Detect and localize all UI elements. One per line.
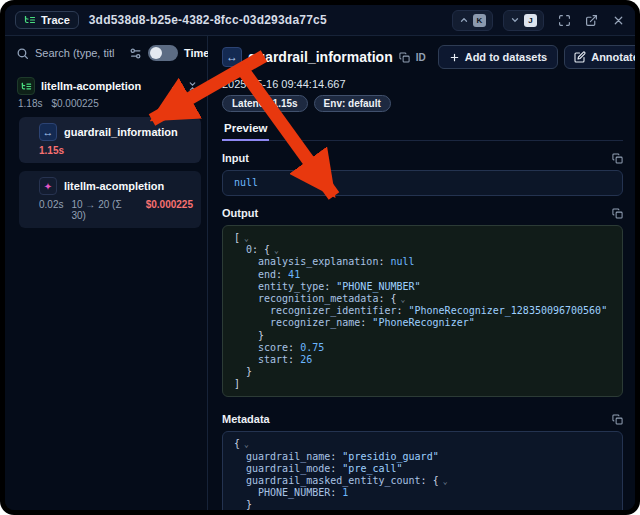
nav-previous-button[interactable]: K (452, 10, 493, 31)
chevron-up-icon (459, 15, 469, 25)
plus-icon (449, 52, 460, 63)
tab-preview[interactable]: Preview (222, 119, 269, 141)
copy-input-icon[interactable] (612, 153, 623, 164)
copy-metadata-icon[interactable] (612, 414, 623, 425)
shortcut-key-k: K (473, 14, 486, 27)
item-latency: 1.15s (39, 145, 64, 156)
id-label: ID (416, 52, 426, 63)
input-heading: Input (222, 152, 249, 164)
observation-detail-panel: ↔ guardrail_information ID Add to datase… (208, 36, 635, 510)
search-row: Timeline (14, 45, 201, 61)
toggle-knob (150, 47, 162, 59)
close-icon[interactable] (612, 14, 625, 27)
badge-row: Latency 1.15s Env: default (222, 95, 623, 112)
chevron-down-icon (510, 15, 520, 25)
copy-id-icon[interactable] (399, 52, 410, 63)
latency-badge: Latency 1.15s (222, 95, 308, 112)
observation-title: guardrail_information (248, 49, 393, 65)
trace-tree-sidebar: Timeline litellm-acompletion 1.18s $0.00… (5, 36, 208, 510)
env-badge: Env: default (314, 95, 391, 112)
tree-item-label: litellm-acompletion (41, 80, 164, 92)
output-section: Output [⌄0: {⌄analysis_explanation: null… (222, 207, 623, 397)
root-cost: $0.000225 (51, 98, 98, 109)
tabbar: Preview (222, 118, 623, 141)
collapse-chevron-icon[interactable] (170, 81, 181, 92)
metadata-heading: Metadata (222, 413, 270, 425)
trace-type-badge: Trace (15, 11, 79, 29)
metadata-json[interactable]: {⌄guardrail_name: "presidio_guard"guardr… (222, 431, 623, 510)
input-json[interactable]: null (222, 170, 623, 196)
collapse-all-icon[interactable] (187, 81, 198, 92)
item-latency: 0.02s (39, 199, 63, 221)
filter-sliders-icon[interactable] (129, 47, 142, 60)
trace-badge-label: Trace (41, 14, 70, 26)
timeline-toggle[interactable] (148, 45, 178, 61)
root-latency: 1.18s (18, 98, 42, 109)
observation-header: ↔ guardrail_information ID Add to datase… (222, 45, 623, 69)
annotate-split-button: Annotate (564, 45, 635, 69)
tree-item-root-trace[interactable]: litellm-acompletion (14, 77, 201, 95)
input-value: null (234, 177, 258, 188)
annotate-pencil-icon (574, 51, 586, 63)
tree-item-label: litellm-acompletion (64, 180, 164, 192)
shortcut-key-j: J (524, 14, 537, 27)
tree-item-litellm-acompletion[interactable]: ✦ litellm-acompletion 0.02s 10 → 20 (Σ 3… (19, 171, 201, 228)
output-json[interactable]: [⌄0: {⌄analysis_explanation: nullend: 41… (222, 225, 623, 397)
annotate-label: Annotate (591, 51, 635, 63)
tree-item-guardrail-information[interactable]: ↔ guardrail_information 1.15s (19, 117, 201, 163)
trace-id: 3dd538d8-b25e-4382-8fcc-03d293da77c5 (89, 13, 327, 27)
tree-root-stats: 1.18s $0.000225 (18, 98, 201, 109)
search-icon (16, 47, 29, 60)
input-section: Input null (222, 152, 623, 196)
trace-icon (17, 77, 35, 95)
span-icon: ↔ (222, 47, 242, 67)
item-cost: $0.000225 (146, 199, 193, 221)
metadata-section: Metadata {⌄guardrail_name: "presidio_gua… (222, 413, 623, 510)
list-tree-icon (24, 14, 36, 26)
open-external-icon[interactable] (585, 14, 598, 27)
item-tokens: 10 → 20 (Σ 30) (71, 199, 137, 221)
add-to-datasets-button[interactable]: Add to datasets (438, 45, 559, 69)
add-to-datasets-label: Add to datasets (465, 51, 548, 63)
copy-output-icon[interactable] (612, 208, 623, 219)
tree-item-label: guardrail_information (64, 126, 178, 138)
trace-detail-window: Trace 3dd538d8-b25e-4382-8fcc-03d293da77… (5, 5, 635, 510)
annotate-button[interactable]: Annotate (565, 46, 635, 68)
output-heading: Output (222, 207, 258, 219)
expand-icon[interactable] (558, 14, 571, 27)
nav-next-button[interactable]: J (503, 10, 544, 31)
topbar: Trace 3dd538d8-b25e-4382-8fcc-03d293da77… (5, 5, 635, 36)
search-input[interactable] (35, 47, 123, 59)
span-icon: ↔ (39, 123, 57, 141)
observation-timestamp: 2025-05-16 09:44:14.667 (222, 78, 623, 90)
window-frame: Trace 3dd538d8-b25e-4382-8fcc-03d293da77… (0, 0, 640, 515)
generation-icon: ✦ (39, 177, 57, 195)
